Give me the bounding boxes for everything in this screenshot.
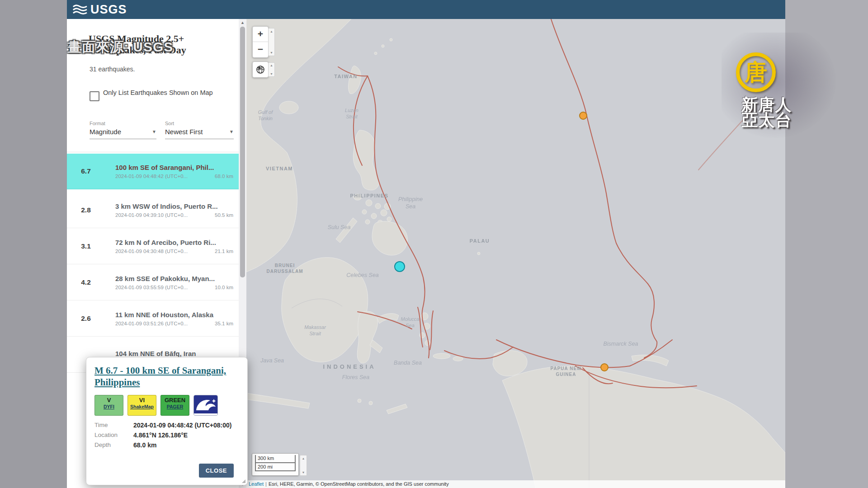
event-title: 3 km WSW of Indios, Puerto R...	[115, 202, 234, 210]
earthquake-row-selected[interactable]: 6.7 100 km SE of Sarangani, Phil... 2024…	[67, 154, 239, 189]
event-depth: 50.5 km	[215, 212, 234, 218]
scale-control: 300 km 200 mi	[252, 453, 299, 476]
only-list-shown-label: Only List Earthquakes Shown on Map	[103, 88, 227, 98]
event-location-value: 4.861°N 126.186°E	[133, 432, 188, 439]
field-label: Time	[94, 422, 133, 429]
event-detail-link[interactable]: M 6.7 - 100 km SE of Sarangani, Philippi…	[94, 365, 235, 389]
app-header: USGS	[67, 0, 785, 19]
scrollbar-thumb[interactable]	[240, 27, 245, 277]
globe-button[interactable]	[252, 61, 269, 78]
chevron-down-icon: ▼	[152, 129, 156, 134]
event-title: 72 km N of Arecibo, Puerto Ri...	[115, 239, 234, 246]
event-time: 2024-01-09 04:39:10 (UTC+0...	[115, 212, 188, 218]
event-time-value: 2024-01-09 04:48:42 (UTC+08:00)	[133, 422, 232, 429]
earthquake-row[interactable]: 4.2 28 km SSE of Pakokku, Myan... 2024-0…	[67, 265, 239, 300]
field-label: Location	[94, 432, 133, 439]
earthquake-marker[interactable]	[579, 112, 587, 120]
event-detail-popup: M 6.7 - 100 km SE of Sarangani, Philippi…	[86, 357, 248, 485]
event-depth: 10.0 km	[215, 285, 234, 290]
earthquake-row[interactable]: 3.1 72 km N of Arecibo, Puerto Ri... 202…	[67, 229, 239, 264]
scale-km: 300 km	[255, 455, 296, 463]
event-depth: 35.1 km	[215, 321, 234, 326]
dyfi-badge[interactable]: V DYFI	[94, 395, 123, 416]
ghost-spinner: ▲▼	[300, 455, 307, 476]
pager-badge[interactable]: GREEN PAGER	[160, 395, 189, 416]
shakemap-badge[interactable]: VI ShakeMap	[127, 395, 156, 416]
chevron-down-icon: ▼	[229, 129, 234, 134]
source-watermark: 畫面來源: USGS	[68, 38, 173, 56]
magnitude-value: 2.6	[73, 314, 99, 323]
earthquake-count: 31 earthquakes.	[90, 66, 135, 73]
usgs-app-window: USGS USGS Magnitude 2.5+ Earthquakes, Pa…	[67, 0, 785, 488]
format-value: Magnitude	[90, 128, 121, 136]
event-title: 104 km NNE of Bāfq, Iran	[115, 350, 234, 357]
event-time: 2024-01-09 04:48:42 (UTC+0...	[115, 174, 188, 179]
map-attribution: Leaflet|Esri, HERE, Garmin, © OpenStreet…	[246, 480, 785, 488]
event-time: 2024-01-09 03:51:26 (UTC+0...	[115, 321, 188, 326]
basemap	[246, 19, 785, 488]
sort-dropdown[interactable]: Sort Newest First ▼	[165, 121, 234, 139]
ghost-spinner: ▲▼	[268, 62, 275, 77]
ntd-logo-text-line2: 亞太台	[722, 109, 812, 131]
event-time: 2024-01-09 03:55:59 (UTC+0...	[115, 285, 188, 290]
event-title: 100 km SE of Sarangani, Phil...	[115, 164, 234, 171]
event-depth: 68.0 km	[215, 174, 234, 179]
screen: USGS USGS Magnitude 2.5+ Earthquakes, Pa…	[0, 0, 868, 488]
usgs-logo[interactable]: USGS	[72, 3, 127, 17]
earthquake-row[interactable]: 2.6 11 km NNE of Houston, Alaska 2024-01…	[67, 301, 239, 337]
selected-earthquake-marker[interactable]	[394, 261, 405, 272]
format-label: Format	[90, 121, 156, 126]
earthquake-row[interactable]: 2.8 3 km WSW of Indios, Puerto R... 2024…	[67, 192, 239, 228]
sort-label: Sort	[165, 121, 234, 126]
format-dropdown[interactable]: Format Magnitude ▼	[90, 121, 156, 139]
earthquake-marker[interactable]	[600, 363, 609, 371]
close-button[interactable]: CLOSE	[199, 464, 234, 478]
tsunami-wave-icon[interactable]	[193, 395, 218, 416]
usgs-wave-icon	[72, 4, 88, 15]
only-list-shown-checkbox[interactable]	[90, 91, 99, 101]
ghost-spinner: ▲▼	[268, 28, 275, 56]
ntd-circle-logo: 唐	[736, 52, 776, 92]
magnitude-value: 6.7	[73, 167, 99, 175]
zoom-in-button[interactable]: +	[253, 27, 268, 42]
event-time: 2024-01-09 04:30:48 (UTC+0...	[115, 249, 188, 254]
ntd-logo-watermark: 唐 新唐人 亞太台	[722, 33, 839, 141]
magnitude-value: 2.8	[73, 206, 99, 214]
event-depth: 21.1 km	[215, 249, 234, 254]
attribution-credits: Esri, HERE, Garmin, © OpenStreetMap cont…	[269, 481, 449, 487]
letterbox-left	[0, 0, 67, 488]
event-title: 28 km SSE of Pakokku, Myan...	[115, 275, 234, 282]
magnitude-value: 3.1	[73, 242, 99, 250]
scale-mi: 200 mi	[255, 463, 296, 471]
resize-handle[interactable]	[242, 479, 245, 483]
field-label: Depth	[94, 441, 133, 449]
event-depth-value: 68.0 km	[133, 441, 156, 449]
usgs-brand-text: USGS	[90, 3, 127, 17]
magnitude-value: 4.2	[73, 278, 99, 286]
globe-icon	[256, 65, 265, 74]
sort-value: Newest First	[165, 128, 203, 136]
leaflet-link[interactable]: Leaflet	[249, 481, 264, 487]
scroll-up-icon[interactable]: ▲	[239, 19, 246, 26]
event-title: 11 km NNE of Houston, Alaska	[115, 311, 234, 319]
zoom-out-button[interactable]: −	[253, 42, 268, 57]
zoom-control: + −	[252, 26, 269, 58]
leaflet-map[interactable]: TAIWANLuzonStraitGulf ofTonkinVIETNAMPHI…	[246, 19, 785, 488]
list-divider	[67, 152, 246, 152]
